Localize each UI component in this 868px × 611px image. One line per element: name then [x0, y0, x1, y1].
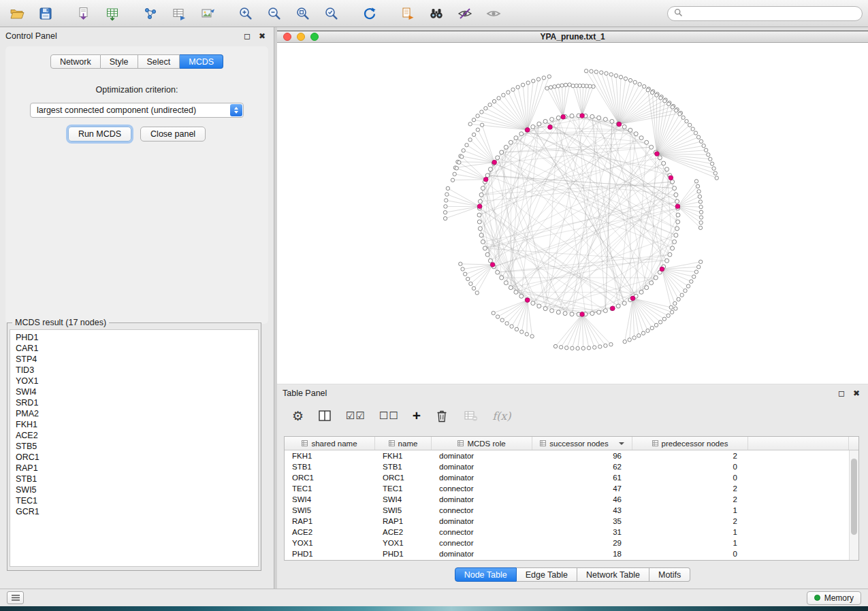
mcds-result-item[interactable]: SRD1 [16, 397, 258, 408]
search-input[interactable] [687, 9, 856, 18]
find-button[interactable] [425, 3, 448, 24]
control-panel: Control Panel ◻ ✖ Network Style Select M… [0, 27, 274, 589]
run-mcds-button[interactable]: Run MCDS [68, 127, 131, 142]
tab-motifs[interactable]: Motifs [649, 567, 690, 582]
mcds-result-item[interactable]: SWI5 [16, 484, 258, 495]
control-panel-tabs: Network Style Select MCDS [5, 46, 268, 69]
float-panel-icon[interactable]: ◻ [244, 32, 251, 40]
table-row[interactable]: TEC1 TEC1 connector 47 2 [285, 483, 849, 494]
tab-mcds[interactable]: MCDS [180, 54, 223, 69]
tab-style[interactable]: Style [101, 54, 138, 69]
mcds-result-item[interactable]: FKH1 [16, 419, 258, 430]
new-network-button[interactable] [139, 3, 162, 24]
close-panel-icon[interactable]: ✖ [259, 32, 266, 40]
column-view-icon[interactable] [317, 407, 332, 425]
mcds-result-item[interactable]: SWI4 [16, 386, 258, 397]
refresh-group [358, 3, 381, 24]
save-session-button[interactable] [34, 3, 57, 24]
tab-select[interactable]: Select [138, 54, 180, 69]
memory-button[interactable]: Memory [807, 591, 861, 605]
table-scrollbar[interactable] [849, 450, 858, 560]
network-canvas[interactable] [277, 43, 868, 384]
column-header-shared-name[interactable]: shared name [285, 437, 375, 450]
mcds-result-item[interactable]: TEC1 [16, 495, 258, 506]
column-header-predecessor-nodes[interactable]: predecessor nodes [632, 437, 748, 450]
unselect-all-icon[interactable]: ☐☐ [379, 407, 399, 425]
column-header-filler [748, 437, 849, 450]
show-all-button[interactable] [482, 3, 505, 24]
mcds-result-item[interactable]: YOX1 [16, 376, 258, 386]
table-row[interactable]: SWI4 SWI4 dominator 46 2 [285, 494, 849, 505]
open-session-button[interactable] [5, 3, 29, 24]
mcds-result-item[interactable]: ACE2 [16, 430, 258, 441]
select-all-icon[interactable]: ☑☑ [346, 407, 366, 425]
mcds-result-item[interactable]: PMA2 [16, 408, 258, 419]
search-box[interactable] [667, 6, 863, 21]
network-graph[interactable] [277, 43, 868, 384]
clone-network-button[interactable] [396, 3, 419, 24]
column-grid-icon [457, 440, 464, 446]
mcds-result-list[interactable]: PHD1 CAR1 STP4 TID3 YOX1 SWI4 SRD1 PMA2 … [10, 329, 259, 567]
mcds-result-item[interactable]: STP4 [16, 354, 258, 365]
column-header-successor-nodes[interactable]: successor nodes [532, 437, 632, 450]
table-row[interactable]: ACE2 ACE2 connector 31 1 [285, 527, 849, 538]
table-scrollbar-thumb[interactable] [851, 459, 857, 535]
table-row[interactable]: YOX1 YOX1 connector 29 1 [285, 538, 849, 548]
close-table-panel-icon[interactable]: ✖ [853, 389, 860, 397]
eye-slash-icon [457, 6, 472, 21]
tab-edge-table[interactable]: Edge Table [517, 567, 577, 582]
node-table-header: shared name name MCDS role successor nod… [285, 437, 858, 450]
right-region: YPA_prune.txt_1 Table Panel ◻ ✖ ⚙ ☑☑ ☐☐ … [277, 27, 868, 589]
column-header-name[interactable]: name [375, 437, 432, 450]
delete-column-icon[interactable] [434, 407, 449, 425]
table-row[interactable]: STB1 STB1 dominator 62 0 [285, 461, 849, 472]
zoom-fit-button[interactable] [291, 3, 315, 24]
sort-chevron-icon[interactable] [619, 442, 624, 445]
criterion-dropdown[interactable]: largest connected component (undirected) [30, 103, 244, 118]
control-panel-title: Control Panel [5, 31, 57, 41]
add-column-icon[interactable]: + [413, 407, 421, 425]
tab-network[interactable]: Network [50, 54, 101, 69]
float-table-panel-icon[interactable]: ◻ [838, 389, 845, 397]
table-row[interactable]: ORC1 ORC1 dominator 61 0 [285, 472, 849, 483]
tab-network-table[interactable]: Network Table [577, 567, 649, 582]
column-header-mcds-role[interactable]: MCDS role [432, 437, 532, 450]
table-row[interactable]: RAP1 RAP1 dominator 35 2 [285, 516, 849, 527]
tab-node-table[interactable]: Node Table [455, 567, 517, 582]
table-row[interactable]: PHD1 PHD1 dominator 18 0 [285, 548, 849, 559]
zoom-group [234, 3, 343, 24]
import-network-button[interactable] [72, 3, 95, 24]
mcds-result-item[interactable]: PHD1 [16, 332, 258, 343]
minimize-window-icon[interactable] [297, 33, 305, 41]
mcds-result-item[interactable]: CAR1 [16, 343, 258, 354]
column-grid-icon [540, 440, 546, 446]
close-panel-button[interactable]: Close panel [140, 127, 206, 142]
maximize-window-icon[interactable] [310, 33, 319, 41]
mcds-result-item[interactable]: GCR1 [16, 506, 258, 517]
close-window-icon[interactable] [283, 33, 291, 41]
export-table-button[interactable] [167, 3, 191, 24]
table-panel-tabs: Node Table Edge Table Network Table Moti… [277, 567, 868, 582]
import-table-icon [105, 6, 120, 21]
table-row[interactable]: SWI5 SWI5 connector 43 1 [285, 505, 849, 516]
table-settings-gear-icon[interactable]: ⚙ [292, 407, 304, 425]
mcds-result-item[interactable]: RAP1 [16, 463, 258, 474]
view-group [396, 3, 505, 24]
mcds-result-item[interactable]: ORC1 [16, 452, 258, 463]
memory-label: Memory [824, 593, 854, 603]
zoom-selected-button[interactable] [320, 3, 343, 24]
mcds-result-title: MCDS result (17 nodes) [12, 318, 109, 327]
zoom-in-button[interactable] [234, 3, 257, 24]
table-row[interactable]: FKH1 FKH1 dominator 96 2 [285, 450, 849, 461]
network-window-title: YPA_prune.txt_1 [540, 32, 605, 42]
refresh-view-button[interactable] [358, 3, 381, 24]
mcds-result-item[interactable]: STB5 [16, 441, 258, 452]
mcds-result-item[interactable]: STB1 [16, 474, 258, 484]
network-window-titlebar[interactable]: YPA_prune.txt_1 [277, 31, 868, 43]
import-table-button[interactable] [101, 3, 124, 24]
mcds-result-item[interactable]: TID3 [16, 365, 258, 376]
hide-selected-button[interactable] [453, 3, 477, 24]
status-menu-button[interactable] [7, 591, 24, 604]
zoom-out-button[interactable] [263, 3, 286, 24]
export-image-button[interactable] [196, 3, 219, 24]
